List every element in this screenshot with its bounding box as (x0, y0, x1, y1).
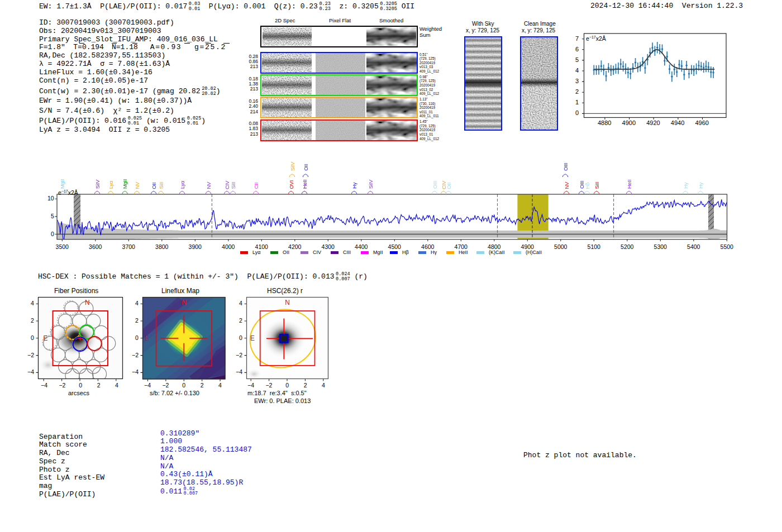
svg-text:N: N (285, 299, 290, 306)
svg-text:N: N (85, 299, 90, 306)
svg-text:E: E (145, 334, 150, 342)
svg-text:E: E (250, 334, 255, 342)
svg-text:N: N (182, 299, 187, 306)
svg-text:E: E (44, 334, 48, 342)
